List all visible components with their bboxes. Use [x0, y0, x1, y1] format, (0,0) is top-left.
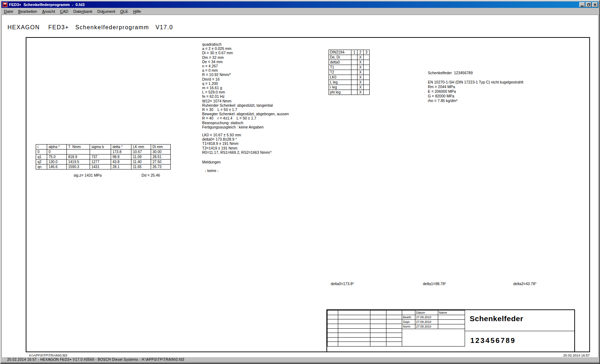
- sign-cell: [438, 324, 465, 329]
- table-cell: q2: [36, 160, 47, 165]
- menu-ansicht[interactable]: Ansicht: [40, 9, 58, 14]
- statusbar-text: 20.02.2014 16:57 - HEXAGON FED3+ V17.0 #…: [7, 358, 184, 362]
- text-line: R = 40 r = 4±1.4 L = 50 ± 1.7: [202, 116, 352, 120]
- sign-header-cell: Datum: [415, 310, 438, 315]
- table-cell: qn: [36, 165, 47, 170]
- revision-cell: [328, 310, 338, 315]
- spring-view-delta2: [487, 206, 589, 278]
- din-row-label: T2: [329, 70, 351, 75]
- din-mark-cell: [364, 75, 370, 80]
- din-header-cell: DIN2194-: [329, 50, 351, 55]
- revision-cell: [370, 328, 386, 333]
- text-line: Rm = 2044 MPa: [428, 85, 585, 89]
- din-row-label: delta0: [329, 60, 351, 65]
- revision-cell: [370, 315, 386, 319]
- drawing-canvas: HEXAGON FED3+ Schenkelfederprogramm V17.…: [1, 15, 599, 358]
- din-mark-cell: [364, 55, 370, 60]
- minimize-button[interactable]: [579, 2, 585, 7]
- menu-ole[interactable]: OLE: [118, 9, 131, 14]
- delta1-label: delta1=98.78°: [423, 282, 446, 286]
- table-cell: 28.51: [151, 155, 171, 160]
- table-cell: 11.09: [131, 155, 151, 160]
- din-mark-cell: X: [358, 90, 364, 95]
- din-mark-cell: [351, 85, 358, 90]
- revision-cell: [386, 315, 402, 319]
- revision-cell: [328, 328, 338, 333]
- table-cell: 145.6: [47, 165, 67, 170]
- title-block-divider: [465, 331, 575, 331]
- revision-cell: [328, 337, 338, 342]
- menubar: DateiBearbeitenAnsichtCADDatenbankDokume…: [1, 8, 599, 15]
- text-line: delta0= 173.8±28.9 °: [202, 137, 352, 141]
- din-row-label: LK0: [329, 75, 351, 80]
- table-cell: 75.0: [47, 155, 67, 160]
- sign-header-cell: Name: [438, 310, 465, 315]
- din-mark-cell: X: [358, 55, 364, 60]
- din-row-label: r leg: [329, 85, 351, 90]
- table-cell: 1590.3: [67, 165, 90, 170]
- text-line: G = 82000 MPa: [428, 94, 585, 98]
- table-header-cell: alpha °: [47, 145, 67, 150]
- close-icon: ×: [593, 3, 597, 6]
- revision-cell: [386, 328, 402, 333]
- menu-datei[interactable]: Datei: [1, 9, 16, 14]
- part-number: 123456789: [470, 337, 516, 345]
- table-cell: [90, 150, 111, 155]
- delta0-label: delta0=173.8°: [331, 282, 354, 286]
- table-cell: 0: [36, 150, 47, 155]
- spring-view-delta1: [405, 201, 484, 278]
- text-line: T2=1419 ± 191 Nmm: [202, 146, 352, 150]
- din-mark-cell: [364, 65, 370, 70]
- app-icon: [2, 2, 8, 7]
- din-row-label: phi leg: [329, 90, 351, 95]
- drawing-frame: quadratischa = 2 ± 0.025 mmDi = 30 ± 0.6…: [26, 37, 590, 352]
- menu-cad[interactable]: CAD: [58, 9, 71, 14]
- table-row: qn145.61590.3143128.111.6526.73: [36, 165, 171, 170]
- din-mark-cell: X: [358, 70, 364, 75]
- revision-cell: [386, 342, 402, 347]
- revision-cell: [328, 319, 338, 324]
- text-line: Bewegter Schenkel: abgestützt, abgebogen…: [202, 112, 352, 116]
- din-header-cell: 1: [351, 50, 358, 55]
- table-cell: 173.8: [111, 150, 131, 155]
- text-line: T1=818.9 ± 191 Nmm: [202, 141, 352, 146]
- din-row-label: T1: [329, 65, 351, 70]
- din-mark-cell: [351, 80, 358, 85]
- din-mark-cell: [364, 70, 370, 75]
- close-button[interactable]: ×: [592, 2, 598, 7]
- table-cell: 1277: [90, 160, 111, 165]
- menu-dokument[interactable]: Dokument: [95, 9, 118, 14]
- drawing-title: Schenkelfeder: [470, 314, 523, 323]
- revision-cell: [338, 319, 370, 324]
- revision-cell: [370, 337, 386, 342]
- menu-datenbank[interactable]: Datenbank: [71, 9, 95, 14]
- revision-log: [327, 310, 402, 347]
- title-block-name-section: Schenkelfeder 123456789: [465, 310, 575, 352]
- text-line: fe = 62.01 Hz: [202, 94, 352, 98]
- text-line: Ruhender Schenkel: abgestützt, tangentia…: [202, 103, 352, 107]
- table-row: q175.0818.973798.811.0928.51: [36, 155, 171, 160]
- menu-bearbeiten[interactable]: Bearbeiten: [16, 9, 40, 14]
- minimize-icon: [581, 6, 584, 6]
- table-header-cell: delta °: [111, 145, 131, 150]
- table-cell: 98.8: [111, 155, 131, 160]
- delta2-label: delta2=43.78°: [513, 282, 536, 286]
- table-row: q2130.01419.5127743.811.4027.50: [36, 160, 171, 165]
- page-title: HEXAGON FED3+ Schenkelfederprogramm V17.…: [8, 24, 173, 31]
- text-line: rho = 7.85 kg/dm³: [428, 98, 585, 103]
- sign-cell: Gepr.: [402, 320, 415, 324]
- revision-cell: [338, 328, 370, 333]
- restore-button[interactable]: [586, 2, 591, 7]
- revision-cell: [328, 315, 338, 319]
- table-cell: 11.65: [131, 165, 151, 170]
- revision-cell: [370, 333, 386, 338]
- menu-hilfe[interactable]: Hilfe: [131, 9, 144, 14]
- table-cell: 1419.5: [67, 160, 90, 165]
- sign-cell: Norm: [402, 324, 415, 329]
- table-cell: 737: [90, 155, 111, 160]
- sign-cell: 27.09.2010: [415, 315, 438, 320]
- din-mark-cell: X: [358, 80, 364, 85]
- titlebar[interactable]: FED3+ Schenkelfederprogramm - 0.fd3 ×: [1, 1, 599, 8]
- statusbar: 20.02.2014 16:57 - HEXAGON FED3+ V17.0 #…: [1, 357, 599, 362]
- table-cell: 130.0: [47, 160, 67, 165]
